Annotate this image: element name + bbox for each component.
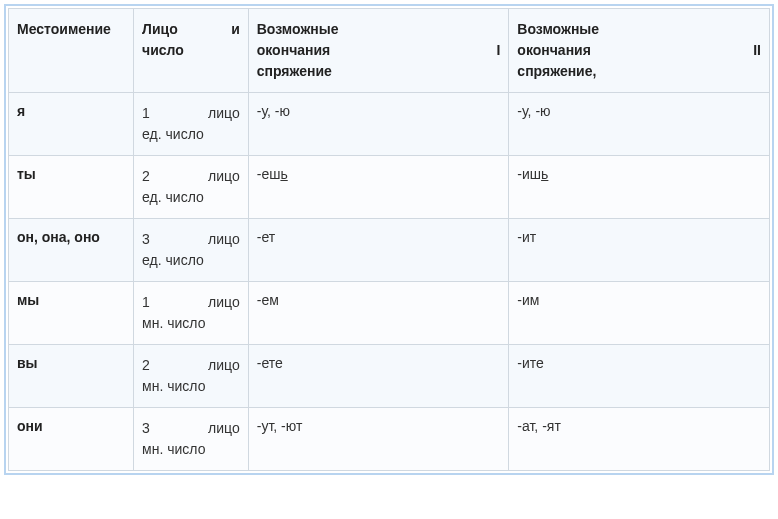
cell-person: 3 лицо мн. число	[134, 408, 249, 471]
person-line: 3 лицо	[142, 229, 240, 250]
header-text-line: Лицо и	[142, 19, 240, 40]
pronoun-text: ты	[17, 166, 36, 182]
cell-person: 3 лицо ед. число	[134, 219, 249, 282]
ending-text: -ете	[257, 355, 283, 371]
ending-text: -у, -ю	[517, 103, 550, 119]
pronoun-text: они	[17, 418, 43, 434]
cell-conj2: -у, -ю	[509, 93, 770, 156]
cell-pronoun: я	[9, 93, 134, 156]
header-text-line: окончания I	[257, 40, 501, 61]
cell-pronoun: вы	[9, 345, 134, 408]
person-line: ед. число	[142, 124, 240, 145]
cell-person: 2 лицо ед. число	[134, 156, 249, 219]
person-line: 1 лицо	[142, 103, 240, 124]
ending-text-underline: ь	[280, 166, 287, 182]
table-row: мы 1 лицо мн. число -ем -им	[9, 282, 770, 345]
ending-text-pre: -иш	[517, 166, 541, 182]
ending-text: -ите	[517, 355, 544, 371]
header-conjugation-1: Возможные окончания I спряжение	[248, 9, 509, 93]
header-person-number: Лицо и число	[134, 9, 249, 93]
person-line: 3 лицо	[142, 418, 240, 439]
pronoun-text: я	[17, 103, 25, 119]
cell-conj2: -ишь	[509, 156, 770, 219]
header-text-line: спряжение	[257, 61, 501, 82]
header-text-line: спряжение,	[517, 61, 761, 82]
person-line: мн. число	[142, 313, 240, 334]
ending-text: -им	[517, 292, 539, 308]
ending-text-underline: ь	[541, 166, 548, 182]
cell-pronoun: он, она, оно	[9, 219, 134, 282]
cell-conj1: -ете	[248, 345, 509, 408]
ending-text: -ут, -ют	[257, 418, 303, 434]
person-line: мн. число	[142, 439, 240, 460]
cell-conj1: -у, -ю	[248, 93, 509, 156]
ending-text: -ет	[257, 229, 275, 245]
pronoun-text: мы	[17, 292, 39, 308]
person-line: ед. число	[142, 250, 240, 271]
table-row: они 3 лицо мн. число -ут, -ют -ат, -ят	[9, 408, 770, 471]
header-text: Местоимение	[17, 21, 111, 37]
cell-pronoun: ты	[9, 156, 134, 219]
cell-conj1: -ут, -ют	[248, 408, 509, 471]
cell-person: 1 лицо ед. число	[134, 93, 249, 156]
ending-text: -ат, -ят	[517, 418, 560, 434]
conjugation-table: Местоимение Лицо и число Возможные оконч…	[8, 8, 770, 471]
table-row: вы 2 лицо мн. число -ете -ите	[9, 345, 770, 408]
pronoun-text: он, она, оно	[17, 229, 100, 245]
cell-pronoun: мы	[9, 282, 134, 345]
person-line: ед. число	[142, 187, 240, 208]
person-line: 2 лицо	[142, 166, 240, 187]
cell-conj2: -ат, -ят	[509, 408, 770, 471]
header-text-line: окончания II	[517, 40, 761, 61]
cell-conj2: -ите	[509, 345, 770, 408]
table-row: я 1 лицо ед. число -у, -ю -у, -ю	[9, 93, 770, 156]
cell-conj2: -им	[509, 282, 770, 345]
cell-person: 2 лицо мн. число	[134, 345, 249, 408]
cell-conj1: -ем	[248, 282, 509, 345]
ending-text: -у, -ю	[257, 103, 290, 119]
header-pronoun: Местоимение	[9, 9, 134, 93]
header-text-line: Возможные	[517, 19, 761, 40]
header-text-line: Возможные	[257, 19, 501, 40]
header-conjugation-2: Возможные окончания II спряжение,	[509, 9, 770, 93]
conjugation-table-wrapper: Местоимение Лицо и число Возможные оконч…	[4, 4, 774, 475]
ending-text-pre: -еш	[257, 166, 281, 182]
table-row: ты 2 лицо ед. число -ешь -ишь	[9, 156, 770, 219]
cell-conj1: -ет	[248, 219, 509, 282]
ending-text: -ем	[257, 292, 279, 308]
table-row: он, она, оно 3 лицо ед. число -ет -ит	[9, 219, 770, 282]
person-line: 1 лицо	[142, 292, 240, 313]
person-line: 2 лицо	[142, 355, 240, 376]
cell-conj1: -ешь	[248, 156, 509, 219]
header-text-line: число	[142, 40, 240, 61]
cell-conj2: -ит	[509, 219, 770, 282]
pronoun-text: вы	[17, 355, 38, 371]
person-line: мн. число	[142, 376, 240, 397]
cell-person: 1 лицо мн. число	[134, 282, 249, 345]
cell-pronoun: они	[9, 408, 134, 471]
ending-text: -ит	[517, 229, 536, 245]
table-header-row: Местоимение Лицо и число Возможные оконч…	[9, 9, 770, 93]
